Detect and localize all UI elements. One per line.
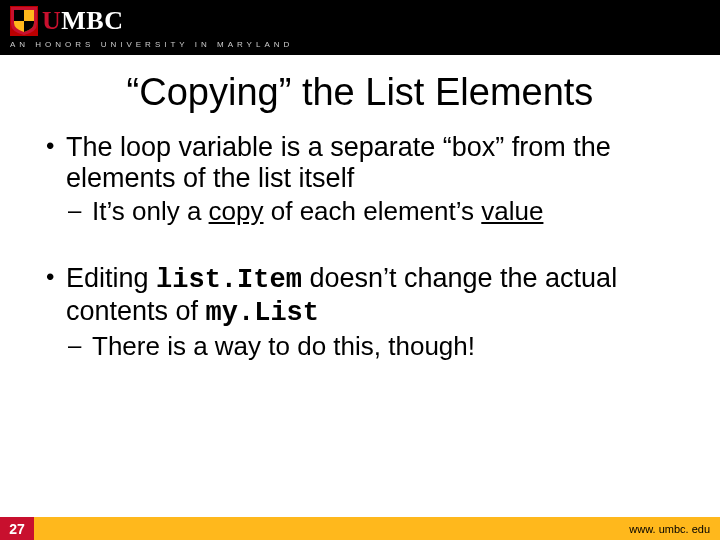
bullet-text: The loop variable is a separate “box” fr… [66,132,611,193]
slide-number: 27 [0,517,34,540]
slide: UMBC AN HONORS UNIVERSITY IN MARYLAND “C… [0,0,720,540]
slide-content: “Copying” the List Elements The loop var… [0,55,720,540]
bullet-item: Editing list.Item doesn’t change the act… [40,263,680,362]
header-bar: UMBC AN HONORS UNIVERSITY IN MARYLAND [0,0,720,55]
footer-url: www. umbc. edu [629,523,710,535]
footer-bar: 27 www. umbc. edu [0,517,720,540]
bullet-list: Editing list.Item doesn’t change the act… [40,263,680,362]
underlined-text: copy [209,196,264,226]
shield-icon [10,6,38,36]
bullet-list: The loop variable is a separate “box” fr… [40,132,680,227]
tagline: AN HONORS UNIVERSITY IN MARYLAND [10,40,710,49]
code-text: list.Item [156,265,302,295]
code-text: my.List [206,298,319,328]
sub-item: There is a way to do this, though! [66,331,680,362]
brand-text: UMBC [42,6,123,36]
sub-list: It’s only a copy of each element’s value [66,196,680,227]
sub-item: It’s only a copy of each element’s value [66,196,680,227]
slide-title: “Copying” the List Elements [40,71,680,114]
bullet-item: The loop variable is a separate “box” fr… [40,132,680,227]
sub-list: There is a way to do this, though! [66,331,680,362]
brand-logo: UMBC [10,6,710,36]
underlined-text: value [481,196,543,226]
